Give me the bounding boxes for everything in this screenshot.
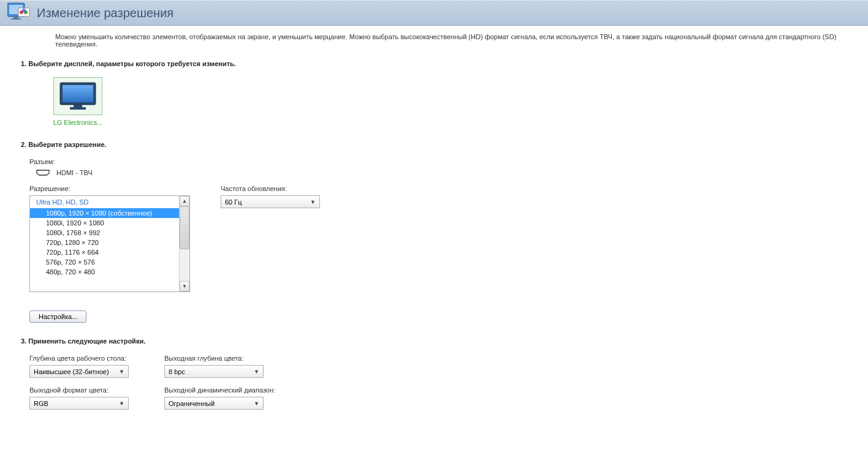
display-selector[interactable]: LG Electronics... xyxy=(50,77,105,126)
chevron-down-icon: ▼ xyxy=(308,197,318,206)
color-format-label: Выходной формат цвета: xyxy=(29,386,152,394)
customize-button[interactable]: Настройка... xyxy=(29,310,86,323)
color-depth-label: Глубина цвета рабочего стола: xyxy=(29,355,152,362)
step3-title: 3. Применить следующие настройки. xyxy=(21,337,847,345)
step1-title: 1. Выберите дисплей, параметры которого … xyxy=(21,60,847,67)
refresh-value: 60 Гц xyxy=(225,198,242,206)
svg-point-7 xyxy=(22,9,26,12)
svg-rect-10 xyxy=(74,105,82,107)
monitor-app-icon xyxy=(7,2,31,24)
dynamic-range-value: Ограниченный xyxy=(169,400,215,407)
page-description: Можно уменьшить количество элементов, от… xyxy=(0,26,868,51)
dynamic-range-label: Выходной динамический диапазон: xyxy=(164,386,287,394)
dynamic-range-select[interactable]: Ограниченный ▼ xyxy=(164,397,264,410)
chevron-down-icon: ▼ xyxy=(252,399,261,408)
scroll-track[interactable] xyxy=(180,206,189,281)
output-depth-select[interactable]: 8 bpc ▼ xyxy=(164,365,264,378)
scroll-up-button[interactable]: ▲ xyxy=(180,196,189,206)
resolution-item[interactable]: 1080p, 1920 × 1080 (собственное) xyxy=(30,208,189,218)
refresh-label: Частота обновления: xyxy=(221,185,320,192)
color-format-value: RGB xyxy=(34,400,48,407)
scroll-thumb[interactable] xyxy=(180,206,189,249)
scroll-down-button[interactable]: ▼ xyxy=(180,281,189,291)
chevron-down-icon: ▼ xyxy=(117,367,126,376)
refresh-rate-select[interactable]: 60 Гц ▼ xyxy=(221,195,320,208)
resolution-label: Разрешение: xyxy=(29,185,190,192)
hdmi-icon xyxy=(36,170,50,176)
output-depth-value: 8 bpc xyxy=(169,368,185,375)
chevron-down-icon: ▼ xyxy=(117,399,126,408)
color-depth-value: Наивысшее (32-битное) xyxy=(34,368,109,375)
resolution-item[interactable]: 576p, 720 × 576 xyxy=(30,257,189,267)
resolution-item[interactable]: 720p, 1176 × 664 xyxy=(30,247,189,257)
svg-rect-11 xyxy=(70,107,86,110)
scrollbar[interactable]: ▲ ▼ xyxy=(179,196,189,291)
resolution-item[interactable]: 720p, 1280 × 720 xyxy=(30,238,189,247)
resolution-listbox[interactable]: Ultra HD, HD, SD 1080p, 1920 × 1080 (соб… xyxy=(29,195,190,292)
color-format-select[interactable]: RGB ▼ xyxy=(29,397,129,410)
color-depth-select[interactable]: Наивысшее (32-битное) ▼ xyxy=(29,365,129,378)
monitor-icon xyxy=(53,77,102,115)
chevron-down-icon: ▼ xyxy=(252,367,261,376)
resolution-item[interactable]: 1080i, 1920 × 1080 xyxy=(30,218,189,228)
connector-value: HDMI - ТВЧ xyxy=(56,169,93,176)
svg-rect-3 xyxy=(11,18,21,20)
svg-rect-9 xyxy=(63,85,93,102)
resolution-item[interactable]: 1080i, 1768 × 992 xyxy=(30,228,189,238)
resolution-item[interactable]: 480p, 720 × 480 xyxy=(30,267,189,277)
svg-rect-2 xyxy=(13,17,18,18)
header-bar: Изменение разрешения xyxy=(0,0,868,26)
step2-title: 2. Выберите разрешение. xyxy=(21,141,847,148)
connector-label: Разъем: xyxy=(29,158,847,165)
page-title: Изменение разрешения xyxy=(37,6,173,20)
output-depth-label: Выходная глубина цвета: xyxy=(164,355,287,362)
display-label: LG Electronics... xyxy=(53,119,103,126)
resolution-group: Ultra HD, HD, SD xyxy=(30,196,189,208)
